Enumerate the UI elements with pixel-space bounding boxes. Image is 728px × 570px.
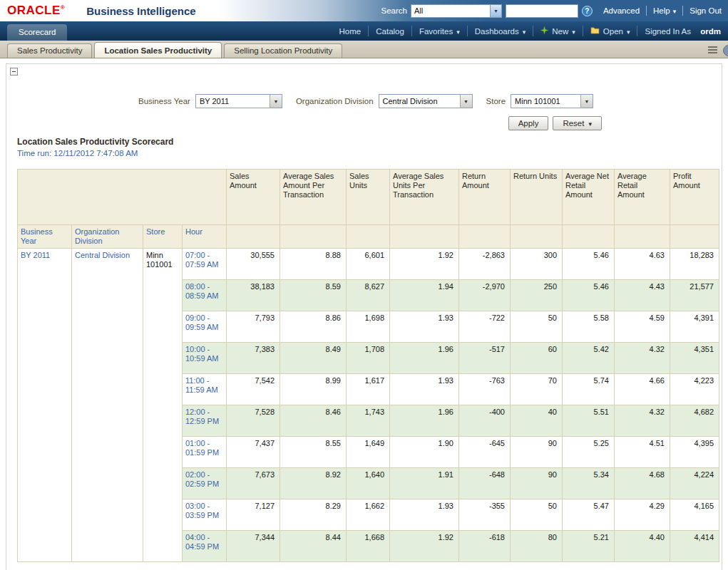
hour-link[interactable]: 08:00 - 08:59 AM [183,280,227,311]
new-menu[interactable]: New [533,26,583,36]
catalog-link[interactable]: Catalog [368,26,411,36]
measure-value: 1.94 [390,280,459,311]
dim-header: Hour [183,225,227,249]
measure-value: 8,627 [347,280,390,311]
empty-header-cell [615,225,670,249]
measure-header: Sales Units [347,170,390,225]
measure-value: 4.66 [615,374,670,405]
measure-value: 70 [511,374,563,405]
tab-sales-productivity[interactable]: Sales Productivity [7,43,92,58]
measure-value: -618 [459,531,511,562]
measure-value: 7,793 [227,311,280,343]
help-menu[interactable]: Help [646,6,682,16]
hour-link[interactable]: 09:00 - 09:59 AM [183,311,227,343]
tab-location-sales-productivity[interactable]: Location Sales Productivity [94,42,222,58]
measure-value: 60 [511,343,563,374]
measure-value: 6,601 [347,249,390,280]
new-star-icon [540,26,548,36]
chevron-down-icon[interactable] [490,5,501,17]
advanced-link[interactable]: Advanced [597,6,646,16]
measure-value: 7,127 [227,499,280,531]
measure-value: 5.58 [563,311,615,343]
navigation-bar: Scorecard Home Catalog Favorites Dashboa… [0,21,728,41]
reset-button[interactable]: Reset [553,116,602,130]
page-options-icon[interactable] [707,44,718,57]
tab-selling-location-produtivity[interactable]: Selling Location Produtivity [224,43,342,58]
business-year-select[interactable]: BY 2011 [195,94,282,108]
dim-org-division[interactable]: Central Division [72,249,143,562]
hour-link[interactable]: 11:00 - 11:59 AM [183,374,227,405]
measure-value: 1,698 [347,311,390,343]
report-title: Location Sales Productivity Scorecard [17,137,722,147]
org-division-value: Central Division [379,95,460,108]
dim-business-year[interactable]: BY 2011 [18,249,72,562]
scorecard-tab[interactable]: Scorecard [7,24,67,41]
product-title: Business Intelligence [86,5,195,17]
measure-value: -2,863 [459,249,511,280]
table-body: BY 2011Central DivisionMinn 10100107:00 … [18,249,719,562]
measure-value: 8.92 [280,468,347,499]
measure-value: 18,283 [670,249,719,280]
search-input[interactable] [506,4,578,18]
signed-in-as[interactable]: Signed In As ordm [637,26,728,36]
empty-header-cell [280,225,347,249]
hour-link[interactable]: 02:00 - 02:59 PM [183,468,227,499]
measure-value: -645 [459,437,511,468]
home-link[interactable]: Home [332,26,369,36]
measure-value: 80 [511,531,563,562]
measure-value: 5.21 [563,531,615,562]
chevron-down-icon[interactable] [270,95,282,108]
measure-value: 50 [511,499,563,531]
measure-header: Average Sales Amount Per Transaction [280,170,347,225]
measure-value: 21,577 [670,280,719,311]
measure-value: 4,391 [670,311,719,343]
hour-link[interactable]: 04:00 - 04:59 PM [183,531,227,562]
store-select[interactable]: Minn 101001 [511,94,593,108]
global-search: Search All ? [381,4,592,18]
measure-value: 4,395 [670,437,719,468]
measure-value: 7,437 [227,437,280,468]
store-value: Minn 101001 [511,95,580,108]
chevron-down-icon[interactable] [580,95,593,108]
hour-link[interactable]: 10:00 - 10:59 AM [183,343,227,374]
collapse-panel-icon[interactable] [10,68,18,76]
empty-header-cell [670,225,719,249]
pivot-table: Sales AmountAverage Sales Amount Per Tra… [17,169,719,562]
measure-value: 7,344 [227,531,280,562]
chevron-down-icon[interactable] [460,95,472,108]
measure-value: -517 [459,343,511,374]
reset-label: Reset [563,119,584,128]
favorites-menu[interactable]: Favorites [411,26,467,36]
org-division-select[interactable]: Central Division [379,94,473,108]
search-scope-select[interactable]: All [411,4,502,18]
search-help-icon[interactable]: ? [582,6,593,16]
open-menu[interactable]: Open [583,26,637,36]
measure-value: -355 [459,499,511,531]
measure-value: 40 [511,405,563,437]
apply-button[interactable]: Apply [508,116,549,130]
dashboards-menu[interactable]: Dashboards [467,26,533,36]
measure-value: 1,662 [347,499,390,531]
dashboard-page-tabs: Sales Productivity Location Sales Produc… [0,41,728,58]
measure-value: 1.93 [390,311,459,343]
prompt-buttons: Apply Reset [6,116,602,130]
oracle-logo: ORACLE® [7,4,65,18]
business-year-value: BY 2011 [196,95,270,108]
measure-value: 1,649 [347,437,390,468]
hour-link[interactable]: 12:00 - 12:59 PM [183,405,227,437]
measure-value: 4,351 [670,343,719,374]
global-header: ORACLE® Business Intelligence Search All… [0,0,728,21]
measure-value: 8.49 [280,343,347,374]
measure-value: 1.93 [390,499,459,531]
measure-value: 30,555 [227,249,280,280]
measure-value: 4,224 [670,468,719,499]
sign-out-link[interactable]: Sign Out [682,6,728,16]
help-icon[interactable] [723,45,728,56]
hour-link[interactable]: 01:00 - 01:59 PM [183,437,227,468]
hour-link[interactable]: 07:00 - 07:59 AM [183,249,227,280]
hour-link[interactable]: 03:00 - 03:59 PM [183,499,227,531]
chevron-down-icon [456,27,460,36]
measure-value: 4,223 [670,374,719,405]
registered-mark-icon: ® [61,4,65,11]
measure-value: 1.92 [390,249,459,280]
